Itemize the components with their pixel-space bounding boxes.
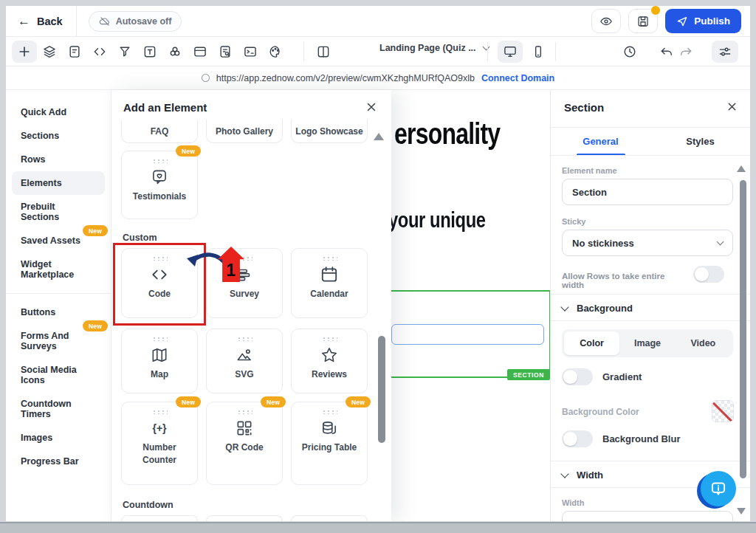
help-chat-button[interactable] xyxy=(697,471,737,509)
background-color-swatch[interactable] xyxy=(712,400,734,422)
selected-section-outline[interactable] xyxy=(391,290,550,378)
tab-styles[interactable]: Styles xyxy=(650,130,750,155)
toolbar-icon-group xyxy=(12,37,288,66)
mobile-icon[interactable] xyxy=(526,41,551,63)
sidebar-item-progress-bar[interactable]: Progress Bar xyxy=(12,450,105,473)
element-card-map[interactable]: Map xyxy=(121,329,198,393)
connect-domain-link[interactable]: Connect Domain xyxy=(481,73,554,83)
terminal-icon[interactable] xyxy=(238,41,263,63)
sidebar-item-social-media-icons[interactable]: Social Media Icons xyxy=(12,358,105,392)
sidebar-item-quick-add[interactable]: Quick Add xyxy=(12,100,105,124)
desktop-icon[interactable] xyxy=(498,41,523,63)
element-name-value: Section xyxy=(572,187,607,198)
element-card-calendar[interactable]: Calendar xyxy=(291,248,368,318)
allow-rows-label: Allow Rows to take entire width xyxy=(562,272,684,289)
inspector-scrollbar-thumb[interactable] xyxy=(740,180,746,478)
element-cards-row: MapSVGReviews xyxy=(121,329,368,393)
sidebar-item-widget-marketplace[interactable]: Widget Marketplace xyxy=(12,252,105,286)
element-card-faq[interactable]: FAQ xyxy=(121,120,198,143)
element-card-reviews[interactable]: Reviews xyxy=(291,329,368,393)
background-tab-color[interactable]: Color xyxy=(564,331,619,355)
plus-icon[interactable] xyxy=(12,41,37,63)
svg-text:{+}: {+} xyxy=(152,422,167,434)
text-icon[interactable] xyxy=(137,41,162,63)
element-card-label: Survey xyxy=(215,288,274,300)
autosave-toggle-pill[interactable]: Autosave off xyxy=(89,11,182,32)
scroll-up-arrow[interactable] xyxy=(374,133,384,140)
panel-scrollbar-thumb[interactable] xyxy=(378,336,385,443)
new-badge: New xyxy=(176,145,201,157)
element-card-label: Code xyxy=(130,288,189,300)
redo-icon[interactable] xyxy=(673,41,698,63)
canvas-input-field[interactable] xyxy=(391,324,544,345)
element-card-code[interactable]: Code xyxy=(121,248,198,318)
toolbar-divider xyxy=(487,42,488,61)
preview-button[interactable] xyxy=(591,9,621,33)
element-card-label: Testimonials xyxy=(130,190,189,203)
page-selector-label: Landing Page (Quiz ... xyxy=(379,43,476,53)
editor-body: Quick AddSectionsRowsElementsPrebuilt Se… xyxy=(6,90,750,521)
page-canvas[interactable]: ersonality your unique SECTION xyxy=(391,90,550,521)
element-card-testimonials[interactable]: TestimonialsNew xyxy=(121,151,198,219)
element-card-logo-showcase[interactable]: Logo Showcase xyxy=(291,120,368,143)
gradient-toggle[interactable] xyxy=(562,368,593,385)
close-icon[interactable] xyxy=(365,100,378,114)
sidebar-item-countdown-timers[interactable]: Countdown Timers xyxy=(12,392,105,426)
sidebar-item-forms-and-surveys[interactable]: Forms And SurveysNew xyxy=(12,324,105,358)
sidebar-item-prebuilt-sections[interactable]: Prebuilt Sections xyxy=(12,195,105,229)
element-card-svg[interactable]: SVG xyxy=(206,329,283,393)
background-section-header[interactable]: Background xyxy=(562,303,633,314)
sticky-select[interactable]: No stickiness xyxy=(562,230,733,256)
element-card-qr-code[interactable]: QR CodeNew xyxy=(206,402,283,485)
close-icon[interactable] xyxy=(726,100,738,113)
add-element-panel: Add an Element FAQPhoto GalleryLogo Show… xyxy=(111,90,391,521)
element-name-input[interactable]: Section xyxy=(562,179,733,205)
history-icon[interactable] xyxy=(617,41,642,63)
tab-general[interactable]: General xyxy=(551,130,650,155)
element-cards-row: CodeSurveyCalendar xyxy=(121,248,368,318)
survey-icon xyxy=(235,265,254,284)
section-inspector-panel: Section GeneralStyles Element name Secti… xyxy=(550,90,750,521)
sidebar-item-images[interactable]: Images xyxy=(12,426,105,450)
autosave-label: Autosave off xyxy=(116,16,172,27)
back-button[interactable]: ← Back xyxy=(6,6,76,36)
background-blur-toggle[interactable] xyxy=(562,430,593,447)
new-badge: New xyxy=(346,396,371,408)
publish-button[interactable]: Publish xyxy=(665,9,741,33)
code-icon[interactable] xyxy=(87,41,112,63)
element-card-number-counter[interactable]: {+}Number CounterNew xyxy=(121,402,198,485)
element-card-survey[interactable]: Survey xyxy=(206,248,283,318)
chat-bubble-circle xyxy=(701,471,736,506)
section-tag: SECTION xyxy=(507,369,550,380)
columns-icon[interactable] xyxy=(311,41,336,63)
qr-code-icon xyxy=(235,419,254,438)
shapes-icon[interactable] xyxy=(162,41,188,63)
form-search-icon[interactable] xyxy=(213,41,238,63)
allow-rows-toggle[interactable] xyxy=(693,266,724,283)
sidebar-item-rows[interactable]: Rows xyxy=(12,148,105,171)
layers-icon[interactable] xyxy=(37,41,62,63)
scroll-up-arrow[interactable] xyxy=(737,165,746,172)
sidebar-item-elements[interactable]: Elements xyxy=(12,171,105,195)
form-icon[interactable] xyxy=(62,41,87,63)
gradient-label: Gradient xyxy=(602,371,642,382)
settings-sliders-icon[interactable] xyxy=(712,41,738,63)
sidebar-item-saved-assets[interactable]: Saved AssetsNew xyxy=(12,229,105,252)
background-tab-image[interactable]: Image xyxy=(619,331,675,355)
save-button[interactable] xyxy=(628,9,658,33)
funnel-icon[interactable] xyxy=(112,41,137,63)
element-card-photo-gallery[interactable]: Photo Gallery xyxy=(206,120,283,143)
background-tab-video[interactable]: Video xyxy=(676,331,731,355)
editor-toolbar: Landing Page (Quiz ... xyxy=(6,37,750,66)
chevron-down-icon xyxy=(482,44,489,51)
width-select[interactable]: Full xyxy=(562,511,733,521)
card-icon[interactable] xyxy=(188,41,213,63)
palette-icon[interactable] xyxy=(263,41,288,63)
width-section-header[interactable]: Width xyxy=(562,470,603,481)
element-card-pricing-table[interactable]: Pricing TableNew xyxy=(291,402,368,485)
sidebar-item-sections[interactable]: Sections xyxy=(12,124,105,148)
partial-cards-bottom-row xyxy=(121,515,368,521)
sidebar-item-label: Elements xyxy=(21,178,62,188)
scroll-down-arrow[interactable] xyxy=(737,508,746,515)
page-selector-dropdown[interactable]: Landing Page (Quiz ... xyxy=(379,43,490,53)
